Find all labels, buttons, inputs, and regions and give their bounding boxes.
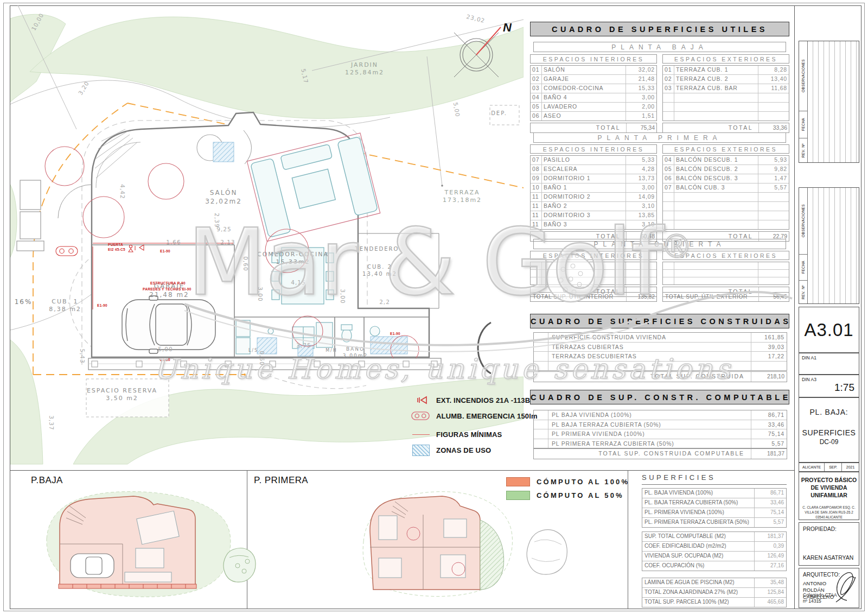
row-label [674, 103, 758, 111]
row-label: BALCÓN DESCUB. 2 [674, 165, 758, 174]
row-num [663, 202, 674, 211]
place-cell: ALICANTE [799, 463, 825, 471]
row-label: PL. BAJA VIVIENDA (100%) [642, 489, 755, 498]
row-lead [534, 439, 548, 448]
table-row: PL. BAJA VIVIENDA (100%)86,71 [642, 489, 786, 498]
row-label: LÁMINA DE AGUA DE PISCINA (M2) [642, 578, 755, 587]
table-row: PL PRIMERA VIVIENDA (100%)75,14 [534, 429, 787, 439]
row-num [663, 103, 674, 111]
table-row: PL BAJA VIVIENDA (100%)86,71 [534, 410, 787, 420]
total-value: 218,10 [751, 372, 787, 382]
note-estructura: ESTRUCTURA R-90 [150, 281, 186, 286]
row-num [663, 220, 674, 229]
dim: 5,43 [79, 349, 86, 363]
row-num: 01 [531, 66, 542, 74]
use-zones-hatch-icon [411, 445, 436, 456]
fire-extinguisher-icon [411, 395, 436, 405]
rows: 04BALCÓN DESCUB. 15,9305BALCÓN DESCUB. 2… [662, 155, 789, 230]
table-row: 02TERRAZA CUB. 213,40 [663, 75, 789, 84]
row-num: 10 [531, 183, 542, 192]
table-row: 11BAÑO 23,10 [531, 202, 656, 211]
planta-baja-title: PLANTA BAJA [533, 42, 786, 52]
dim: 5,00 [158, 346, 173, 352]
table-row: 07BALCÓN CUB. 35,57 [663, 183, 789, 193]
table-row: TERRAZAS DESCUBIERTAS17,22 [534, 352, 787, 362]
table-row: SUP. TOTAL COMPUTABLE (M2)181,37 [642, 532, 786, 542]
row-lead [534, 333, 548, 342]
table-row: 06ASEO1,51 [531, 112, 656, 121]
propiedad-label: PROPIEDAD: [803, 526, 837, 532]
total-label: TOTAL SUP. CONSTRUIDA COMPUTABLE [534, 449, 751, 459]
table-row: LÁMINA DE AGUA DE PISCINA (M2)35,48 [642, 578, 786, 588]
planta-baja-tables: ESPACIOS INTERIORES 01SALÓN32,0202GARAJE… [530, 54, 789, 133]
row-value [758, 270, 789, 277]
legend-row: CÓMPUTO AL 50% [506, 491, 629, 500]
row-num [663, 93, 674, 102]
observaciones-label: OBSERVACIONES [801, 59, 805, 92]
table-row: 04BAÑO 43,00 [531, 93, 656, 103]
observaciones-label: OBSERVACIONES [801, 204, 805, 237]
row-num: 11 [531, 211, 542, 220]
side-structures [17, 180, 44, 251]
table-row: 10BAÑO 13,00 [531, 183, 656, 193]
row-value: 39,03 [751, 343, 787, 352]
row-value [758, 112, 789, 121]
row-label: BALCÓN DESCUB. 1 [674, 156, 758, 164]
label-jardin: JARDIN125,84m2 [345, 61, 384, 77]
sheet-number: A3.01 [799, 307, 859, 353]
dim: 2,2 [379, 299, 390, 305]
row-value: 5,33 [626, 156, 656, 164]
label-mh: M/H [326, 348, 337, 353]
row-value: 21,48 [626, 75, 656, 84]
rock-blob [527, 530, 567, 574]
label-ls: L/S [248, 348, 258, 353]
row-label: GARAJE [542, 75, 626, 84]
row-label: SUP. TOTAL COMPUTABLE (M2) [642, 532, 755, 541]
table-row: 01TERRAZA CUB. 18,28 [663, 66, 789, 75]
row-value: 9,82 [758, 165, 789, 174]
revision-block-1: OBSERVACIONES FECHA REV. Nº [799, 41, 859, 163]
table-row: PL. PRIMERA VIVIENDA (100%)75,14 [642, 508, 786, 518]
table-row [531, 270, 656, 277]
row-label [674, 211, 758, 220]
north-label: N [503, 21, 512, 34]
terraza-hatch [480, 520, 504, 590]
label-bano: BAÑO3,00m2 [343, 346, 368, 359]
row-value: 13,85 [626, 211, 656, 220]
row-value [758, 93, 789, 102]
row-num [531, 262, 542, 269]
table-row: SUPERFICIE CONSTRUIDA VIVIENDA161,85 [534, 333, 787, 343]
row-value: 75,14 [755, 508, 786, 517]
row-label [542, 270, 626, 277]
row-value [626, 277, 656, 284]
row-value: 181,37 [755, 532, 786, 541]
superficies-title: SUPERFICIES [642, 473, 787, 485]
table-row [663, 277, 789, 284]
row-label [674, 112, 758, 121]
note-puerta: PUERTAEI2 45-C5 [108, 242, 125, 252]
superficies-group-2: SUP. TOTAL COMPUTABLE (M2)181,37COEF. ED… [642, 531, 787, 571]
row-label: BAÑO 1 [542, 183, 626, 192]
row-label [548, 362, 751, 371]
superficies-group-1: PL. BAJA VIVIENDA (100%)86,71PL. BAJA TE… [642, 488, 787, 528]
row-label [674, 262, 758, 269]
drawing-name-line2: SUPERFICIES [799, 428, 859, 437]
total-row: TOTAL75,34 [530, 123, 657, 133]
table-row: 03TERRAZA CUB. BAR11,68 [663, 84, 789, 93]
row-label [542, 277, 626, 284]
pbaja-panel-label: P.BAJA [31, 475, 63, 486]
row-value: 15,33 [626, 84, 656, 93]
propiedad-name: KAREN ASATRYAN [803, 554, 853, 561]
rev-no-label: REV. Nº [801, 285, 805, 299]
row-lead [534, 352, 548, 361]
row-num: 03 [531, 84, 542, 93]
legend-label: EXT. INCENDIOS 21A -113B [436, 396, 530, 404]
row-label [542, 262, 626, 269]
row-value: 27,16 [755, 561, 786, 571]
project-line3: UNIFAMILIAR [799, 491, 859, 499]
table-row: 09DORMITORIO 113,73 [531, 174, 656, 183]
row-value: 13,40 [758, 75, 789, 84]
project-line2: DE VIVIENDA [799, 484, 859, 491]
label-tendedero: TENDEDERO [355, 245, 399, 252]
footer-value: 135,82 [626, 293, 656, 301]
